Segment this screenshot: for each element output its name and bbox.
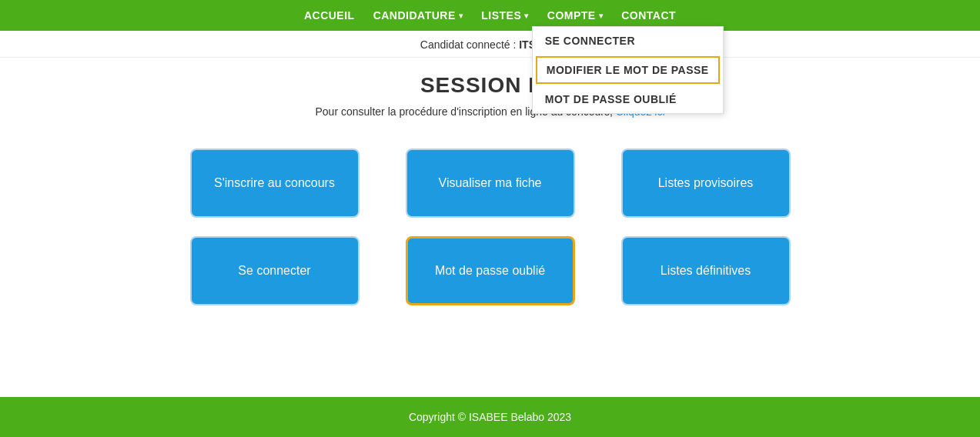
candidate-info: Candidat connecté : ITS2300 — [0, 38, 980, 57]
nav-listes[interactable]: LISTES ▾ — [481, 9, 529, 22]
button-grid: S'inscrire au concours Visualiser ma fic… — [190, 148, 791, 305]
dropdown-mot-de-passe-oublie[interactable]: Mot de passe oublié — [533, 85, 723, 113]
btn-mot-de-passe-oublie[interactable]: Mot de passe oublié — [406, 236, 575, 305]
chevron-down-icon: ▾ — [599, 12, 604, 20]
footer: Copyright © ISABEE Belabo 2023 — [0, 397, 980, 437]
btn-listes-provisoires[interactable]: Listes provisoires — [621, 148, 791, 218]
nav-listes-label: LISTES — [481, 9, 521, 22]
candidate-label: Candidat connecté : — [420, 38, 519, 51]
main-content: SESSION DE Pour consulter la procédure d… — [0, 58, 980, 397]
compte-dropdown-menu: Se connecter Modifier le mot de passe Mo… — [532, 26, 724, 114]
footer-text: Copyright © ISABEE Belabo 2023 — [409, 411, 571, 423]
btn-se-connecter[interactable]: Se connecter — [190, 236, 360, 305]
nav-candidature-label: CANDIDATURE — [373, 9, 456, 22]
btn-visualiser[interactable]: Visualiser ma fiche — [406, 148, 575, 218]
chevron-down-icon: ▾ — [459, 12, 463, 20]
nav-contact[interactable]: CONTACT — [621, 9, 676, 22]
navbar: ACCUEIL CANDIDATURE ▾ LISTES ▾ COMPTE ▾ … — [0, 0, 980, 31]
chevron-down-icon: ▾ — [524, 12, 529, 20]
btn-inscrire[interactable]: S'inscrire au concours — [190, 148, 360, 218]
btn-listes-definitives[interactable]: Listes définitives — [621, 236, 791, 305]
nav-compte-label: COMPTE — [547, 9, 596, 22]
subheader: Candidat connecté : ITS2300 — [0, 31, 980, 58]
nav-accueil-label: ACCUEIL — [304, 9, 355, 22]
dropdown-se-connecter[interactable]: Se connecter — [533, 27, 723, 55]
nav-accueil[interactable]: ACCUEIL — [304, 9, 355, 22]
nav-candidature[interactable]: CANDIDATURE ▾ — [373, 9, 463, 22]
nav-contact-label: CONTACT — [621, 9, 676, 22]
dropdown-modifier-mot-de-passe[interactable]: Modifier le mot de passe — [536, 56, 720, 84]
nav-compte[interactable]: COMPTE ▾ Se connecter Modifier le mot de… — [547, 9, 603, 22]
